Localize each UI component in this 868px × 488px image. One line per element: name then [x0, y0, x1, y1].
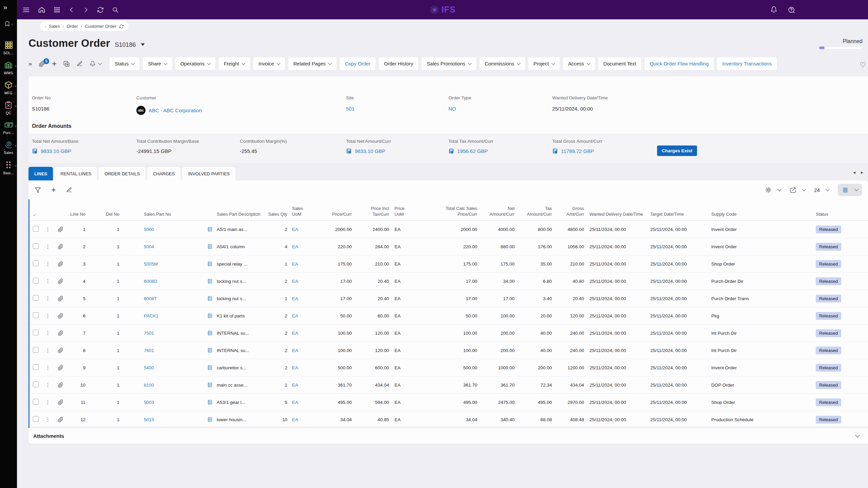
command-button-status[interactable]: Status	[110, 57, 139, 70]
column-header-total-calc[interactable]: Total Calc Sales Price/Curr	[413, 206, 478, 217]
command-button-operations[interactable]: Operations	[175, 57, 215, 70]
back-icon[interactable]	[69, 7, 75, 13]
bookmark-icon[interactable]: ›	[4, 21, 17, 27]
part-note-icon[interactable]	[203, 330, 217, 336]
column-header-wanted[interactable]: Wanted Delivery Date/Time	[585, 212, 648, 217]
column-header-price-uom[interactable]: Price UoM	[390, 206, 413, 217]
collapse-toolbar-icon[interactable]: »	[28, 60, 32, 67]
site-link[interactable]: 501	[346, 106, 354, 112]
cell-uom-link[interactable]: EA	[292, 261, 298, 267]
cell-part-no-link[interactable]: 6008D	[144, 279, 157, 284]
table-row[interactable]: ⋮ 915400 carburettor s...2EA500.00600.00…	[30, 359, 868, 376]
row-menu-icon[interactable]: ⋮	[42, 330, 53, 336]
cell-part-no-link[interactable]: 5015	[144, 417, 154, 422]
column-header-target[interactable]: Target Date/Time	[648, 212, 709, 217]
cell-part-no-link[interactable]: 5004	[144, 244, 154, 249]
column-header-price-incl[interactable]: Price Incl Tax/Curr	[352, 206, 390, 217]
forward-icon[interactable]	[83, 7, 89, 13]
row-select-checkbox[interactable]	[33, 243, 39, 249]
row-attachment-icon[interactable]	[53, 382, 67, 388]
cell-part-no-link[interactable]: 7601	[144, 348, 154, 353]
sidebar-expand-icon[interactable]: »	[3, 3, 17, 11]
column-header-part-no[interactable]: Sales Part No	[144, 212, 203, 217]
column-header-price[interactable]: Price/Curr	[312, 212, 352, 217]
cell-part-no-link[interactable]: 5000	[144, 227, 154, 232]
table-row[interactable]: ⋮ 215004 A54/1 column4EA220.00264.00EA22…	[30, 238, 868, 255]
row-attachment-icon[interactable]	[53, 348, 67, 353]
command-button-document-text[interactable]: Document Text	[598, 57, 641, 70]
cell-uom-link[interactable]: EA	[292, 296, 298, 301]
row-menu-icon[interactable]: ⋮	[42, 416, 53, 423]
row-attachment-icon[interactable]	[53, 417, 67, 423]
favorite-heart-icon[interactable]: ♡	[860, 61, 866, 69]
cell-uom-link[interactable]: EA	[292, 365, 298, 370]
table-row[interactable]: ⋮ 516008T locking nut s...1EA17.0020.40E…	[30, 290, 868, 307]
page-size-select[interactable]: 24	[814, 187, 829, 193]
command-button-access[interactable]: Access	[563, 57, 595, 70]
cell-part-no-link[interactable]: 6008T	[144, 296, 157, 301]
charges-exist-button[interactable]: Charges Exist	[657, 145, 697, 156]
command-button-quick-order-flow-handling[interactable]: Quick Order Flow Handling	[644, 57, 714, 70]
cell-uom-link[interactable]: EA	[292, 400, 298, 405]
select-all-check[interactable]: ✓	[30, 212, 42, 217]
command-button-related-pages[interactable]: Related Pages	[288, 57, 336, 70]
cell-uom-link[interactable]: EA	[292, 383, 298, 388]
row-attachment-icon[interactable]	[53, 278, 67, 284]
table-row[interactable]: ⋮ 717501 INTERNAL su...2EA100.00120.00EA…	[30, 325, 868, 342]
row-attachment-icon[interactable]	[53, 365, 67, 371]
duplicate-icon[interactable]	[63, 61, 70, 67]
sidebar-item-purchasing[interactable]: › Purc...	[0, 121, 17, 135]
breadcrumb-customer-order[interactable]: Customer Order	[85, 24, 116, 29]
column-header-gross[interactable]: Gross Amt/Curr	[553, 206, 585, 217]
row-attachment-icon[interactable]	[53, 313, 67, 319]
column-header-tax[interactable]: Tax Amount/Curr	[515, 206, 553, 217]
table-row[interactable]: ⋮ 1115003 A53/1 gear l...5EA495.00594.00…	[30, 394, 868, 411]
cell-part-no-link[interactable]: 5400	[144, 365, 154, 370]
cell-uom-link[interactable]: EA	[292, 348, 298, 353]
part-note-icon[interactable]	[203, 278, 217, 284]
sidebar-item-mfg[interactable]: › MFG	[0, 81, 17, 95]
row-menu-icon[interactable]: ⋮	[42, 226, 53, 232]
row-attachment-icon[interactable]	[53, 227, 67, 232]
column-header-net[interactable]: Net Amount/Curr	[478, 206, 515, 217]
row-select-checkbox[interactable]	[33, 295, 39, 301]
cell-part-no-link[interactable]: PACK1	[144, 313, 158, 318]
edit-pencil-icon[interactable]	[77, 61, 83, 67]
sidebar-item-sales[interactable]: › Sales	[0, 140, 17, 155]
column-header-del-no[interactable]: Del No	[86, 212, 120, 217]
sidebar-item-wms[interactable]: › WMS	[0, 61, 17, 75]
row-select-checkbox[interactable]	[33, 330, 39, 335]
part-note-icon[interactable]	[203, 399, 217, 405]
cell-uom-link[interactable]: EA	[292, 331, 298, 336]
tab-order-details[interactable]: ORDER DETAILS	[99, 167, 146, 180]
edit-lines-icon[interactable]	[66, 187, 72, 193]
sidebar-item-qc[interactable]: › QC	[0, 101, 17, 115]
column-header-uom[interactable]: Sales UoM	[288, 206, 312, 217]
attachments-expand-chevron-icon[interactable]	[855, 433, 860, 437]
row-menu-icon[interactable]: ⋮	[42, 399, 53, 405]
row-menu-icon[interactable]: ⋮	[42, 295, 53, 301]
cell-part-no-link[interactable]: 7501	[144, 331, 154, 336]
tabs-scroll-left-icon[interactable]: ◂	[853, 170, 855, 175]
column-header-line-no[interactable]: Line No	[67, 212, 86, 217]
row-menu-icon[interactable]: ⋮	[42, 313, 53, 319]
column-header-qty[interactable]: Sales Qty	[268, 212, 288, 217]
part-note-icon[interactable]	[203, 244, 217, 249]
part-note-icon[interactable]	[203, 365, 217, 370]
row-attachment-icon[interactable]	[53, 244, 67, 250]
row-menu-icon[interactable]: ⋮	[42, 347, 53, 353]
command-button-inventory-transactions[interactable]: Inventory Transactions	[717, 57, 777, 70]
breadcrumb-order[interactable]: Order	[67, 24, 78, 29]
row-select-checkbox[interactable]	[33, 382, 39, 387]
column-header-supply[interactable]: Supply Code	[709, 212, 814, 217]
cell-uom-link[interactable]: EA	[292, 313, 298, 318]
part-note-icon[interactable]	[203, 296, 217, 301]
part-note-icon[interactable]	[203, 313, 217, 318]
table-row[interactable]: ⋮ 115000 A5/1 main as...2EA2000.002400.0…	[30, 221, 868, 238]
subscribe-bell-icon[interactable]	[90, 61, 101, 67]
row-menu-icon[interactable]: ⋮	[42, 243, 53, 250]
row-select-checkbox[interactable]	[33, 399, 39, 405]
row-menu-icon[interactable]: ⋮	[42, 382, 53, 388]
tab-lines[interactable]: LINES	[28, 167, 53, 180]
customer-link[interactable]: ABC - ABC Corporation	[149, 108, 202, 113]
